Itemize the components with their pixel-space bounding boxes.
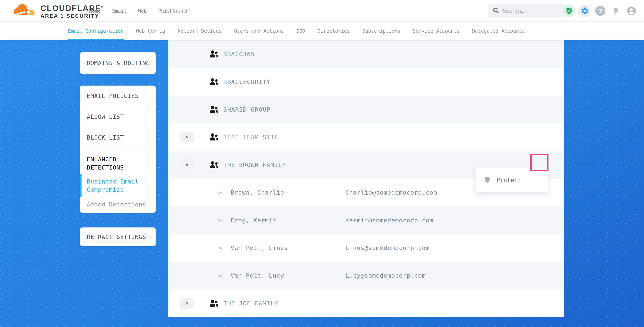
sidebar-card-email-policies: EMAIL POLICIESALLOW LISTBLOCK LISTENHANC… (80, 85, 156, 213)
sidebar-item-block-list[interactable]: BLOCK LIST (80, 127, 156, 148)
tab-email-configuration[interactable]: Email Configuration (68, 22, 124, 40)
sidebar-card-domains-routing: DOMAINS & ROUTING (80, 52, 156, 74)
user-icon[interactable] (625, 5, 638, 17)
highlight-annotation-rectangle (530, 154, 548, 171)
table-row: >THE JOE FAMILY0/5 (168, 290, 564, 317)
nav-link-web[interactable]: Web (138, 8, 147, 14)
search-input[interactable] (503, 8, 557, 14)
member-chevron-icon: > (218, 245, 222, 251)
group-name: SHARED_GROUP (223, 106, 270, 113)
member-chevron-icon: > (218, 189, 222, 196)
chevron-icon: > (186, 134, 189, 140)
gear-icon[interactable] (578, 5, 591, 17)
sidebar-item-retract-settings[interactable]: RETRACT SETTINGS (80, 234, 146, 240)
top-header: CLOUDFLARE® AREA 1 SECURITY HomeEmailWeb… (0, 0, 644, 22)
tab-sso[interactable]: SSO (296, 22, 305, 40)
nav-link-email[interactable]: Email (112, 8, 127, 14)
sidebar-item-business-email-compromise[interactable]: Business Email Compromise (80, 174, 140, 197)
bell-icon[interactable] (610, 5, 622, 17)
group-icon (209, 133, 219, 141)
expand-row-button[interactable]: > (180, 298, 194, 309)
nav-link-phishguard[interactable]: PhishGuard™ (158, 8, 190, 14)
tab-subscriptions[interactable]: Subscriptions (362, 22, 400, 40)
group-name: THE BROWN FAMILY (223, 161, 286, 168)
top-nav: HomeEmailWebPhishGuard™ (89, 0, 190, 22)
sidebar-item-allow-list[interactable]: ALLOW LIST (80, 106, 156, 127)
config-tabs-bar: Email ConfigurationWeb ConfigNetwork Dev… (0, 22, 644, 40)
help-icon[interactable]: ? (594, 5, 606, 17)
sidebar-item-enhanced-detections: ENHANCED DETECTIONS (80, 148, 138, 174)
page-background: CLOUDFLARE® AREA 1 SECURITY HomeEmailWeb… (0, 0, 644, 327)
collapse-row-button[interactable]: > (180, 159, 194, 170)
expand-row-button[interactable]: > (180, 132, 194, 142)
member-chevron-icon: > (218, 272, 222, 279)
context-menu: Protect (476, 168, 548, 192)
sidebar-item-domains-routing[interactable]: DOMAINS & ROUTING (80, 60, 150, 66)
tab-network-devices[interactable]: Network Devices (178, 22, 222, 40)
member-email: Linus@somedemocorp.com (345, 244, 430, 251)
member-chevron-icon: > (218, 217, 222, 224)
member-email: Lucy@somedemocorp.com (345, 272, 426, 279)
member-name: Brown, Charlie (230, 189, 284, 196)
table-row: SHARED_GROUP0/0 (168, 96, 564, 123)
protect-menu-item[interactable]: Protect (496, 177, 521, 184)
member-email: Kermit@somedemocorp.com (345, 217, 433, 224)
group-icon (209, 105, 219, 114)
chevron-icon: > (186, 300, 189, 307)
member-email: Charlie@somedemocorp.com (345, 189, 437, 196)
sidebar-item-added-detections[interactable]: Added Detections (80, 197, 156, 209)
table-row: >Van Pelt, LucyLucy@somedemocorp.com (168, 262, 564, 289)
cloudflare-cloud-icon (11, 1, 37, 19)
group-name: RBACSECURITY (223, 78, 270, 85)
group-icon (209, 299, 219, 308)
tab-delegated-accounts[interactable]: Delegated Accounts (472, 22, 525, 40)
group-icon (209, 78, 219, 86)
group-icon (209, 161, 219, 169)
tab-service-accounts[interactable]: Service Accounts (413, 22, 460, 40)
table-row: >Van Pelt, LinusLinus@somedemocorp.com (168, 234, 564, 262)
member-name: Frog, Kermit (230, 217, 276, 224)
tab-users-and-actions[interactable]: Users and Actions (234, 22, 284, 40)
table-row: RBACO3650/0 (168, 40, 564, 68)
group-name: THE JOE FAMILY (223, 300, 278, 307)
group-icon (209, 50, 219, 58)
sidebar-card-retract-settings: RETRACT SETTINGS (80, 228, 156, 246)
search-box[interactable] (488, 4, 564, 18)
table-row: RBACSECURITY0/0 (168, 68, 564, 95)
group-name: RBACO365 (223, 50, 255, 57)
tab-web-config[interactable]: Web Config (136, 22, 166, 40)
table-row: >TEST TEAM SITE0/1 (168, 123, 564, 151)
member-name: Van Pelt, Lucy (230, 272, 284, 279)
nav-link-home[interactable]: Home (89, 8, 101, 14)
shield-check-icon[interactable] (563, 5, 575, 17)
sidebar-item-email-policies[interactable]: EMAIL POLICIES (80, 85, 156, 106)
chevron-icon: > (184, 163, 190, 166)
search-icon (493, 7, 499, 14)
tab-directories[interactable]: Directories (318, 22, 350, 40)
shield-icon (484, 176, 491, 185)
member-name: Van Pelt, Linus (230, 244, 288, 251)
table-row: >Frog, KermitKermit@somedemocorp.com (168, 206, 564, 234)
group-name: TEST TEAM SITE (223, 134, 278, 141)
